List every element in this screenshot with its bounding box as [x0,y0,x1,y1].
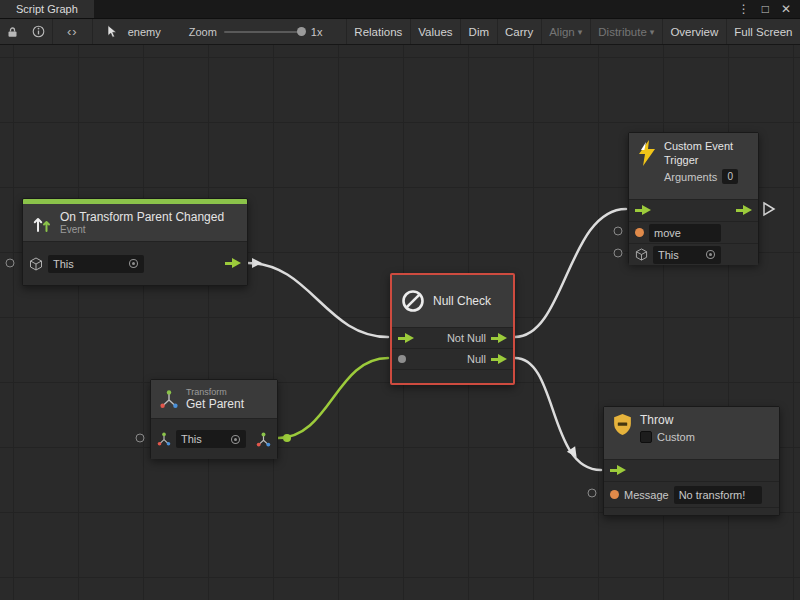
fullscreen-button[interactable]: Full Screen [726,19,800,44]
custom-label: Custom [657,431,695,443]
maximize-icon[interactable]: □ [762,3,769,15]
event-name-field[interactable]: move [649,224,721,242]
value-wire-dot [283,434,291,442]
node-subtitle: Trigger [664,154,738,166]
string-input-port-icon[interactable] [635,228,644,237]
node-subtitle: Event [60,224,224,235]
value-input-port-icon[interactable] [398,355,406,363]
cursor-icon [93,19,124,44]
node-null-check[interactable]: Null Check Not Null Null [390,273,515,385]
node-throw[interactable]: Throw Custom Message No transform! [603,406,780,516]
flow-output-arrow-icon[interactable] [736,205,752,216]
node-port-row: Null [392,348,513,369]
tab-script-graph[interactable]: Script Graph [0,0,94,18]
node-title: On Transform Parent Changed [60,210,224,224]
this-object-field[interactable]: This [653,246,721,264]
script-graph-window: Script Graph ⋮ □ ✕ ‹› enemy Zoom 1x [0,0,800,600]
gameobject-cube-icon [29,257,43,271]
menu-icon[interactable]: ⋮ [738,3,750,15]
null-check-icon [400,288,426,314]
this-object-field[interactable]: This [176,430,246,448]
graph-toolbar: ‹› enemy Zoom 1x Relations Values Dim Ca… [0,19,800,45]
flow-arrowhead [252,258,262,268]
node-custom-event-trigger[interactable]: Custom Event Trigger Arguments 0 move [628,132,759,264]
values-button[interactable]: Values [410,19,460,44]
message-field[interactable]: No transform! [674,486,762,504]
custom-checkbox[interactable] [640,431,652,443]
node-get-parent[interactable]: Transform Get Parent This [150,379,278,459]
wire-getparent-to-nullcheck[interactable] [278,358,388,438]
wire-notnull-to-customevent[interactable] [515,209,626,337]
zoom-label: Zoom [189,26,217,38]
node-port-row [604,459,779,481]
window-controls: ⋮ □ ✕ [738,0,800,18]
custom-event-bolt-icon [637,140,657,166]
flow-input-arrow-icon[interactable] [398,333,414,344]
node-header: Null Check [392,275,513,327]
node-on-transform-parent-changed[interactable]: On Transform Parent Changed Event This [22,198,248,286]
arguments-label: Arguments [664,171,717,183]
port-label: Null [467,353,486,365]
node-footer [392,369,513,383]
graph-canvas[interactable]: On Transform Parent Changed Event This [0,45,800,600]
port-this-on-transform[interactable] [6,259,15,268]
distribute-button[interactable]: Distribute▾ [590,19,662,44]
node-header: Throw Custom [604,407,779,459]
edit-graph-icon[interactable]: ‹› [53,19,92,44]
node-header: On Transform Parent Changed Event [23,204,247,241]
port-name-custom-event[interactable] [614,227,623,236]
flow-output-arrow-icon[interactable] [225,258,241,269]
lock-icon[interactable] [0,19,25,44]
node-port-row: Not Null [392,327,513,348]
transform-input-icon [157,432,171,446]
dim-button[interactable]: Dim [460,19,496,44]
transform-icon [159,389,179,409]
string-input-port-icon[interactable] [610,490,619,499]
zoom-slider-handle[interactable] [297,27,306,36]
throw-error-icon [612,413,633,436]
object-picker-icon[interactable] [230,434,241,445]
node-title: Custom Event [664,140,738,152]
chevron-down-icon: ▾ [650,27,655,37]
node-title: Null Check [433,294,491,308]
node-footer [604,507,779,515]
port-label: Not Null [447,332,486,344]
message-label: Message [624,489,669,501]
info-icon[interactable] [25,19,52,44]
flow-output-arrow-icon[interactable] [491,333,507,344]
transform-parent-changed-icon [31,212,53,234]
this-object-field[interactable]: This [48,255,144,273]
node-port-row [629,199,758,221]
port-message-throw[interactable] [588,489,597,498]
toolbar-buttons: Relations Values Dim Carry Align▾ Distri… [346,19,800,44]
carry-button[interactable]: Carry [497,19,541,44]
align-button[interactable]: Align▾ [541,19,590,44]
overview-button[interactable]: Overview [662,19,726,44]
tab-label: Script Graph [16,3,78,15]
node-header: Custom Event Trigger Arguments 0 [629,133,758,199]
wire-null-to-throw[interactable] [515,358,601,470]
object-picker-icon[interactable] [128,258,139,269]
node-port-row: This [23,241,247,285]
node-port-row: This [629,243,758,265]
transform-output-icon[interactable] [256,432,271,447]
flow-output-arrow-icon[interactable] [491,354,507,365]
flow-input-arrow-icon[interactable] [610,465,626,476]
port-this-get-parent[interactable] [136,434,145,443]
relations-button[interactable]: Relations [346,19,410,44]
graph-name[interactable]: enemy [128,26,161,38]
node-header: Transform Get Parent [151,380,277,418]
zoom-slider[interactable] [224,31,304,33]
node-title: Throw [640,413,695,427]
flow-outline-arrowhead [764,203,774,215]
flow-input-arrow-icon[interactable] [635,205,651,216]
arguments-count-field[interactable]: 0 [722,169,738,184]
node-port-row: Message No transform! [604,481,779,507]
node-port-row: move [629,221,758,243]
zoom-control: Zoom 1x [189,26,323,38]
node-title: Get Parent [186,397,244,411]
object-picker-icon[interactable] [705,249,716,260]
close-icon[interactable]: ✕ [781,3,791,15]
port-this-custom-event[interactable] [614,249,623,258]
wire-event-to-nullcheck[interactable] [248,263,388,337]
